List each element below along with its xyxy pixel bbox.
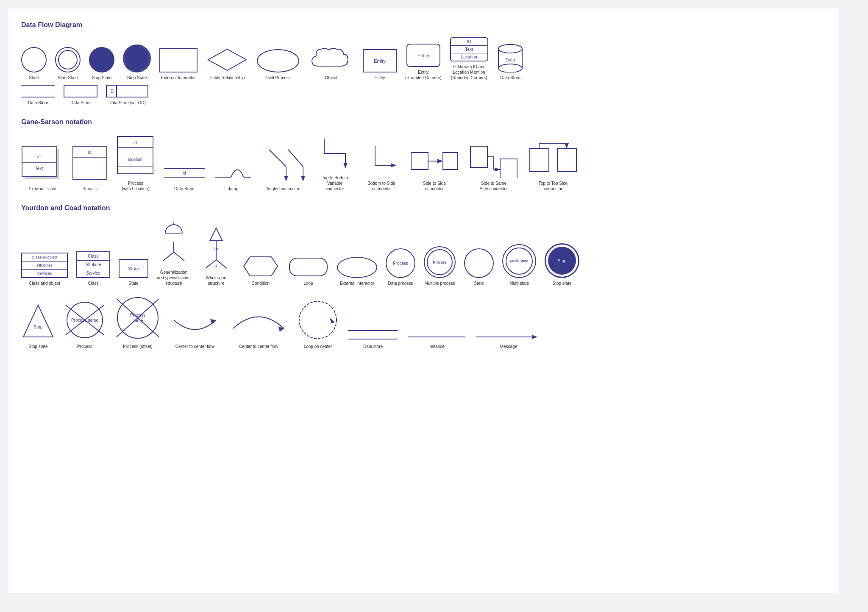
yourdon-title: Yourdon and Coad notation (21, 204, 826, 212)
yc-proc-offset-label: Process (offset) (123, 344, 153, 349)
svg-text:id: id (37, 154, 41, 159)
ds1-label: Data Store (28, 100, 48, 106)
data-store-cyl-label: Data Store (500, 75, 520, 81)
yc-class-row1: Class (77, 252, 109, 261)
yc-state-shape: State (119, 259, 148, 278)
gs-ttb-connector (316, 134, 354, 172)
state-label: State (29, 75, 39, 81)
yc-process-cross: Process name (64, 299, 106, 341)
yc-co-label: Class and object (29, 281, 60, 286)
shape-ds2: Data Store (64, 85, 97, 106)
svg-line-58 (163, 252, 174, 261)
ds3-label: Data Store (with ID) (108, 100, 146, 106)
yc-lc-label: Loop on center (304, 344, 332, 349)
yc-message-arrow (475, 333, 542, 341)
svg-point-6 (498, 45, 522, 53)
entity-label: Entity (374, 75, 385, 81)
yc-ctc1-label: Center to center flow (175, 344, 214, 349)
gane-title: Gane-Sarson notation (21, 118, 826, 126)
oval-process-label: Oval Process (265, 75, 290, 81)
shape-yc-loop: Loop (288, 257, 328, 286)
gs-stss-connector (468, 140, 519, 178)
shape-yc-class: Class Attribute Service Class (76, 251, 110, 286)
shape-gs-stss: Side to SameSide connector (468, 140, 519, 192)
svg-point-5 (498, 64, 522, 72)
stop-state-1-label: Stop State (92, 75, 112, 81)
svg-text:Process: Process (130, 313, 145, 317)
gs-process: id (72, 145, 108, 184)
page: Data Flow Diagram State Start State Stop… (8, 8, 839, 593)
shape-gs-proc-loc: id location Process(with Location) (117, 136, 155, 192)
shape-yc-whole: 1,m 1 Whole-partstructure (199, 226, 233, 286)
shape-yc-ctc1: Center to center flow (170, 307, 220, 349)
svg-marker-35 (343, 163, 348, 168)
entity-box: Entity (363, 49, 397, 72)
gs-proc-loc-label: Process(with Location) (122, 181, 149, 192)
data-store-cylinder: Data (497, 43, 524, 72)
svg-line-59 (174, 252, 184, 261)
svg-rect-49 (530, 148, 549, 172)
yc-msg-label: Message (500, 344, 517, 349)
yc-ctc2-arc (229, 303, 288, 341)
ds2-shape (64, 85, 97, 97)
yc-proc-label: Process (77, 344, 92, 349)
shape-stop-state-2: Stop State (123, 45, 151, 81)
yourdon-row1: Class-&-Object Attributes Services Class… (21, 220, 826, 286)
object-label: Object (325, 75, 337, 81)
yc-ss-text: Stop (558, 259, 567, 263)
shape-yc-lc: Loop on center (297, 299, 339, 349)
entity-text: Entity (374, 58, 386, 64)
gs-jump-label: Jump (228, 186, 238, 192)
ds1-shape (21, 85, 55, 97)
shape-entity: Entity Entity (363, 49, 397, 81)
svg-text:Process name: Process name (71, 318, 98, 323)
svg-rect-43 (470, 146, 487, 167)
yc-mp-inner: Process (427, 249, 453, 275)
svg-text:Text: Text (35, 166, 43, 171)
shape-gs-ds: id Data Store (163, 162, 206, 192)
yc-mp-container: Process (424, 246, 456, 278)
shape-gs-angled: Angled connectors (261, 145, 307, 192)
yc-mp-label: Multiple process (424, 281, 455, 286)
yc-dstore-label: Data store (363, 344, 383, 349)
object-cloud (308, 45, 354, 72)
svg-marker-70 (23, 305, 53, 337)
svg-marker-89 (532, 335, 537, 339)
svg-text:id: id (183, 171, 186, 175)
shape-gs-ttb: Top to BottomVariableconnector (316, 134, 354, 192)
shape-yc-st: State (464, 248, 494, 286)
stop-state-ring-outer (123, 45, 151, 72)
yc-ss-label: Stop state (552, 281, 571, 286)
yc-ext-label: External interactor (340, 281, 374, 286)
entity-rounded-label: Entity(Rounded Corners) (405, 70, 442, 81)
svg-marker-0 (208, 49, 246, 70)
shape-gs-tts: Top to Top Sideconnector (528, 140, 579, 192)
ds3-id-text: ID (109, 89, 114, 94)
svg-text:1: 1 (215, 264, 217, 268)
svg-line-67 (216, 260, 227, 268)
gs-external-entity: id Text (21, 145, 64, 184)
yc-condition-hexagon (242, 255, 280, 278)
svg-text:location: location (128, 157, 142, 162)
gs-sts-label: Side to Sideconnector (423, 181, 446, 192)
shape-yc-co: Class-&-Object Attributes Services Class… (21, 253, 68, 286)
start-state-circle (55, 47, 81, 72)
svg-text:Data: Data (505, 57, 515, 62)
shape-object: Object (308, 45, 354, 81)
yc-state-text: State (128, 266, 139, 271)
yourdon-section: Yourdon and Coad notation Class-&-Object… (21, 204, 826, 349)
shape-state: State (21, 47, 47, 81)
svg-text:id: id (134, 140, 137, 145)
shape-start-state: Start State (55, 47, 81, 81)
svg-line-26 (269, 150, 286, 167)
shape-yc-inst: Instance (407, 333, 466, 349)
yc-stoptri-label: Stop state (28, 344, 47, 349)
gs-tts-connector (528, 140, 579, 178)
svg-marker-31 (301, 176, 305, 181)
shape-yc-gen: Generalizationand specializationstructur… (157, 220, 191, 286)
yc-inst-label: Instance (428, 344, 445, 349)
external-interactor-rect (159, 48, 198, 72)
svg-marker-61 (210, 228, 223, 241)
yc-ss-container: Stop (545, 243, 579, 278)
gane-shapes-row: id Text External Entity id Process (21, 134, 826, 192)
